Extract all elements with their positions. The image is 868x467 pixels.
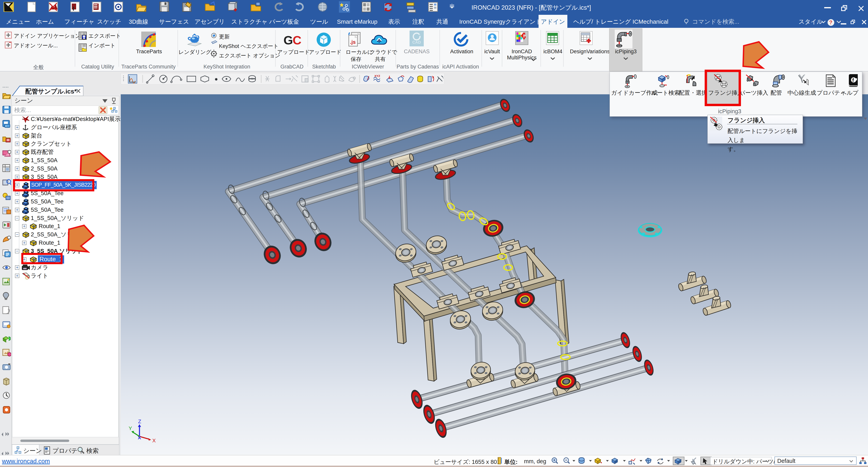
svg-text:I: I — [5, 125, 6, 128]
svg-text:Z: Z — [138, 418, 141, 425]
svg-text:.js: .js — [350, 39, 356, 45]
svg-text:CAD: CAD — [412, 40, 421, 44]
svg-text:Y: Y — [129, 425, 132, 431]
svg-text:?: ? — [829, 20, 833, 26]
svg-text:X: X — [152, 438, 156, 443]
svg-text:f: f — [852, 77, 854, 83]
svg-text:I: I — [72, 5, 74, 12]
svg-text:XYZ: XYZ — [374, 74, 380, 77]
